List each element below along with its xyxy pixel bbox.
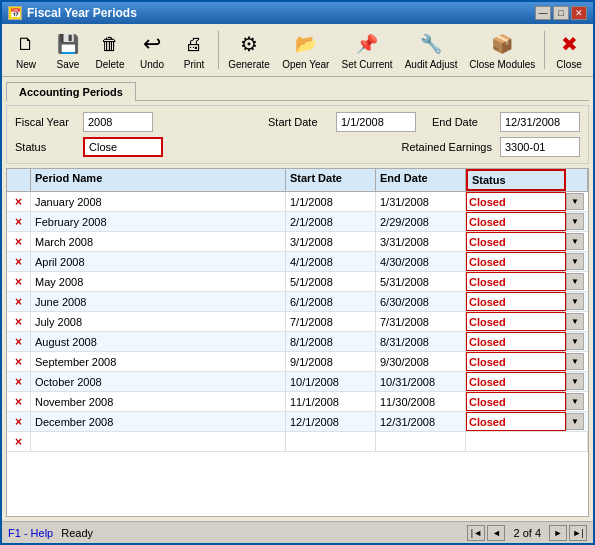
end-date-input[interactable] bbox=[500, 112, 580, 132]
row-icon[interactable]: × bbox=[7, 312, 31, 331]
next-page-button[interactable]: ► bbox=[549, 525, 567, 541]
status-cell[interactable]: Closed bbox=[466, 312, 566, 331]
status-cell[interactable]: Closed bbox=[466, 232, 566, 251]
dropdown-arrow-cell[interactable]: ▼ bbox=[566, 352, 588, 371]
retained-earnings-input[interactable] bbox=[500, 137, 580, 157]
row-icon[interactable]: × bbox=[7, 392, 31, 411]
status-cell[interactable]: Closed bbox=[466, 192, 566, 211]
window-close-button[interactable]: ✕ bbox=[571, 6, 587, 20]
dropdown-arrow-cell[interactable]: ▼ bbox=[566, 192, 588, 211]
status-dropdown-arrow[interactable]: ▼ bbox=[566, 373, 584, 390]
status-dropdown-arrow[interactable]: ▼ bbox=[566, 333, 584, 350]
delete-row-icon[interactable]: × bbox=[15, 395, 22, 409]
close-modules-button[interactable]: 📦 Close Modules bbox=[464, 27, 540, 73]
generate-button[interactable]: ⚙ Generate bbox=[223, 27, 275, 73]
dropdown-arrow-cell[interactable]: ▼ bbox=[566, 292, 588, 311]
status-dropdown-arrow[interactable]: ▼ bbox=[566, 293, 584, 310]
empty-row-icon[interactable]: × bbox=[7, 432, 31, 451]
status-cell[interactable]: Closed bbox=[466, 412, 566, 431]
status-cell[interactable]: Closed bbox=[466, 352, 566, 371]
help-link[interactable]: F1 - Help bbox=[8, 527, 53, 539]
status-cell[interactable]: Closed bbox=[466, 252, 566, 271]
delete-row-icon[interactable]: × bbox=[15, 275, 22, 289]
delete-row-icon[interactable]: × bbox=[15, 415, 22, 429]
status-dropdown[interactable]: Closed bbox=[466, 312, 566, 331]
status-cell[interactable]: Closed bbox=[466, 372, 566, 391]
dropdown-arrow-cell[interactable]: ▼ bbox=[566, 232, 588, 251]
status-input[interactable] bbox=[83, 137, 163, 157]
undo-button[interactable]: ↩ Undo bbox=[132, 27, 172, 73]
print-button[interactable]: 🖨 Print bbox=[174, 27, 214, 73]
status-cell[interactable]: Closed bbox=[466, 332, 566, 351]
status-cell[interactable]: Closed bbox=[466, 212, 566, 231]
status-dropdown-arrow[interactable]: ▼ bbox=[566, 313, 584, 330]
minimize-button[interactable]: — bbox=[535, 6, 551, 20]
status-dropdown[interactable]: Closed bbox=[466, 212, 566, 231]
set-current-button[interactable]: 📌 Set Current bbox=[337, 27, 398, 73]
status-dropdown-arrow[interactable]: ▼ bbox=[566, 233, 584, 250]
save-button[interactable]: 💾 Save bbox=[48, 27, 88, 73]
status-dropdown[interactable]: Closed bbox=[466, 412, 566, 431]
delete-row-icon[interactable]: × bbox=[15, 295, 22, 309]
last-page-button[interactable]: ►| bbox=[569, 525, 587, 541]
dropdown-arrow-cell[interactable]: ▼ bbox=[566, 252, 588, 271]
dropdown-arrow-cell[interactable]: ▼ bbox=[566, 412, 588, 431]
dropdown-arrow-cell[interactable]: ▼ bbox=[566, 392, 588, 411]
status-dropdown-arrow[interactable]: ▼ bbox=[566, 393, 584, 410]
delete-row-icon[interactable]: × bbox=[15, 215, 22, 229]
row-icon[interactable]: × bbox=[7, 192, 31, 211]
dropdown-arrow-cell[interactable]: ▼ bbox=[566, 212, 588, 231]
row-icon[interactable]: × bbox=[7, 292, 31, 311]
status-dropdown[interactable]: Closed bbox=[466, 272, 566, 291]
delete-row-icon[interactable]: × bbox=[15, 375, 22, 389]
accounting-periods-tab[interactable]: Accounting Periods bbox=[6, 82, 136, 101]
status-dropdown[interactable]: Closed bbox=[466, 332, 566, 351]
row-icon[interactable]: × bbox=[7, 212, 31, 231]
generate-label: Generate bbox=[228, 59, 270, 70]
fiscal-year-input[interactable] bbox=[83, 112, 153, 132]
status-cell[interactable]: Closed bbox=[466, 292, 566, 311]
delete-row-icon[interactable]: × bbox=[15, 195, 22, 209]
row-icon[interactable]: × bbox=[7, 232, 31, 251]
status-dropdown-arrow[interactable]: ▼ bbox=[566, 213, 584, 230]
status-dropdown-arrow[interactable]: ▼ bbox=[566, 193, 584, 210]
new-button[interactable]: 🗋 New bbox=[6, 27, 46, 73]
status-dropdown[interactable]: Closed bbox=[466, 232, 566, 251]
status-cell[interactable]: Closed bbox=[466, 392, 566, 411]
status-dropdown[interactable]: Closed bbox=[466, 252, 566, 271]
prev-page-button[interactable]: ◄ bbox=[487, 525, 505, 541]
close-button[interactable]: ✖ Close bbox=[549, 27, 589, 73]
open-year-button[interactable]: 📂 Open Year bbox=[277, 27, 334, 73]
dropdown-arrow-cell[interactable]: ▼ bbox=[566, 272, 588, 291]
dropdown-arrow-cell[interactable]: ▼ bbox=[566, 332, 588, 351]
status-dropdown-arrow[interactable]: ▼ bbox=[566, 413, 584, 430]
delete-row-icon[interactable]: × bbox=[15, 255, 22, 269]
row-icon[interactable]: × bbox=[7, 352, 31, 371]
status-cell[interactable]: Closed bbox=[466, 272, 566, 291]
status-dropdown-arrow[interactable]: ▼ bbox=[566, 273, 584, 290]
first-page-button[interactable]: |◄ bbox=[467, 525, 485, 541]
row-icon[interactable]: × bbox=[7, 332, 31, 351]
row-icon[interactable]: × bbox=[7, 272, 31, 291]
status-dropdown[interactable]: Closed bbox=[466, 392, 566, 411]
status-dropdown[interactable]: Closed bbox=[466, 352, 566, 371]
row-icon[interactable]: × bbox=[7, 412, 31, 431]
dropdown-arrow-cell[interactable]: ▼ bbox=[566, 372, 588, 391]
delete-row-icon[interactable]: × bbox=[15, 335, 22, 349]
delete-empty-row-icon[interactable]: × bbox=[15, 435, 22, 449]
delete-row-icon[interactable]: × bbox=[15, 315, 22, 329]
status-dropdown[interactable]: Closed bbox=[466, 192, 566, 211]
status-dropdown[interactable]: Closed bbox=[466, 372, 566, 391]
delete-row-icon[interactable]: × bbox=[15, 355, 22, 369]
delete-button[interactable]: 🗑 Delete bbox=[90, 27, 130, 73]
row-icon[interactable]: × bbox=[7, 372, 31, 391]
dropdown-arrow-cell[interactable]: ▼ bbox=[566, 312, 588, 331]
row-icon[interactable]: × bbox=[7, 252, 31, 271]
status-dropdown[interactable]: Closed bbox=[466, 292, 566, 311]
start-date-input[interactable] bbox=[336, 112, 416, 132]
maximize-button[interactable]: □ bbox=[553, 6, 569, 20]
status-dropdown-arrow[interactable]: ▼ bbox=[566, 253, 584, 270]
status-dropdown-arrow[interactable]: ▼ bbox=[566, 353, 584, 370]
delete-row-icon[interactable]: × bbox=[15, 235, 22, 249]
audit-adjust-button[interactable]: 🔧 Audit Adjust bbox=[400, 27, 463, 73]
